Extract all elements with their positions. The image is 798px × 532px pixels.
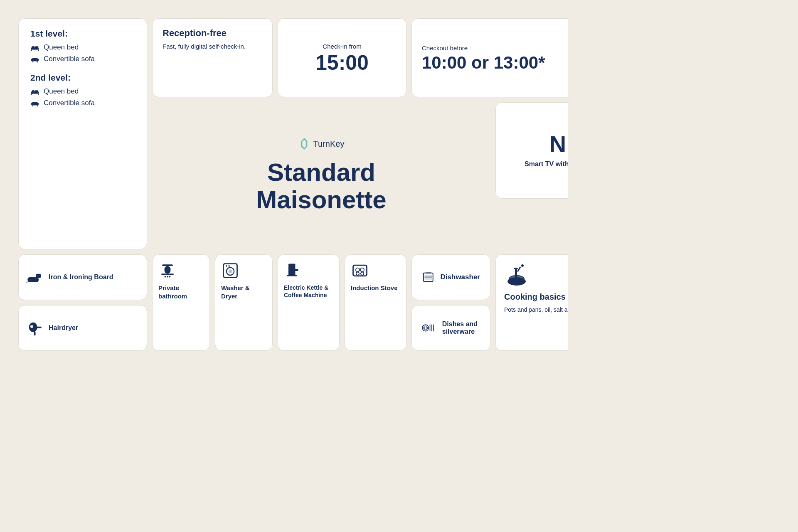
- cooking-title: Cooking basics: [504, 292, 568, 302]
- dishes-icon: [422, 319, 436, 337]
- dishwasher-icon: [422, 268, 435, 286]
- svg-point-54: [356, 272, 359, 275]
- svg-rect-14: [31, 94, 32, 95]
- hairdryer-label: Hairdryer: [49, 324, 78, 332]
- svg-rect-21: [37, 106, 38, 107]
- checkin-label: Check-in from: [323, 43, 361, 50]
- iron-icon: [26, 269, 43, 286]
- kettle-stove-container: Electric Kettle & Coffee Machine Inducti…: [278, 254, 406, 351]
- svg-rect-57: [424, 275, 432, 280]
- washer-label: Washer & Dryer: [221, 284, 266, 300]
- checkout-time: 10:00 or 13:00*: [422, 54, 568, 71]
- level1-queen: Queen bed: [30, 43, 135, 52]
- svg-point-73: [521, 264, 524, 267]
- netflix-icon: N: [549, 133, 566, 156]
- bathroom-icon: [158, 261, 177, 280]
- reception-title: Reception-free: [163, 28, 262, 39]
- svg-rect-38: [161, 273, 173, 275]
- svg-point-45: [226, 265, 227, 267]
- svg-rect-70: [515, 269, 517, 277]
- cooking-subtitle: Pots and pans, oil, salt and pepper: [504, 306, 568, 314]
- svg-point-53: [360, 268, 364, 272]
- svg-point-35: [30, 325, 33, 328]
- stove-card: Induction Stove: [345, 254, 406, 351]
- svg-rect-20: [32, 106, 33, 107]
- level2-title: 2nd level:: [30, 73, 135, 83]
- svg-point-32: [29, 323, 37, 332]
- svg-rect-30: [36, 274, 41, 278]
- washer-icon: [221, 261, 239, 280]
- svg-point-62: [424, 326, 428, 330]
- svg-rect-36: [162, 264, 173, 266]
- dishwasher-card: Dishwasher: [411, 254, 490, 300]
- turnkey-logo: TurnKey: [298, 138, 345, 150]
- iron-card: Iron & Ironing Board: [18, 254, 147, 300]
- svg-point-41: [169, 276, 171, 278]
- svg-rect-29: [27, 277, 39, 282]
- kettle-label: Electric Kettle & Coffee Machine: [284, 284, 333, 299]
- svg-rect-15: [38, 94, 39, 95]
- kettle-icon: [284, 261, 302, 280]
- svg-point-63: [424, 327, 426, 329]
- dishwasher-label: Dishwasher: [441, 273, 480, 281]
- bathroom-label: Private bathroom: [158, 284, 204, 300]
- svg-rect-51: [353, 265, 367, 276]
- bathroom-card: Private bathroom: [152, 254, 210, 351]
- checkout-label: Checkout before: [422, 44, 568, 52]
- smarttv-card: N Smart TV with Netflix: [495, 102, 568, 199]
- cooking-card: Cooking basics Pots and pans, oil, salt …: [495, 254, 568, 351]
- beds-card: 1st level: Queen bed Convertible sofa 2n…: [18, 18, 147, 249]
- property-title: StandardMaisonette: [256, 159, 386, 214]
- svg-rect-60: [426, 273, 431, 274]
- iron-label: Iron & Ironing Board: [49, 273, 113, 281]
- svg-rect-33: [37, 327, 42, 328]
- bathroom-washer-container: Private bathroom Washer & Dryer: [152, 254, 273, 351]
- svg-point-44: [228, 269, 232, 273]
- turnkey-logo-icon: [298, 138, 310, 150]
- reception-subtitle: Fast, fully digital self-check-in.: [163, 42, 262, 51]
- level2-queen: Queen bed: [30, 87, 135, 96]
- stove-icon: [351, 261, 369, 280]
- svg-rect-3: [31, 50, 32, 51]
- checkout-card: Checkout before 10:00 or 13:00*: [411, 18, 568, 97]
- svg-rect-34: [34, 331, 35, 335]
- bed-icon2: [30, 87, 39, 96]
- stove-label: Induction Stove: [351, 284, 400, 292]
- brand-center: TurnKey StandardMaisonette: [152, 102, 490, 249]
- hairdryer-icon: [26, 320, 43, 336]
- svg-rect-2: [35, 46, 38, 48]
- cooking-icon: [504, 263, 529, 288]
- checkin-time: 15:00: [315, 52, 369, 73]
- svg-rect-50: [287, 275, 297, 276]
- kettle-card: Electric Kettle & Coffee Machine: [278, 254, 340, 351]
- svg-point-55: [361, 272, 364, 275]
- svg-rect-47: [288, 265, 296, 276]
- dishes-card: Dishes and silverware: [411, 305, 490, 351]
- dishes-label: Dishes and silverware: [442, 320, 480, 335]
- svg-rect-49: [295, 269, 298, 271]
- svg-rect-48: [288, 264, 296, 266]
- smarttv-label: Smart TV with Netflix: [525, 160, 568, 169]
- checkin-card: Check-in from 15:00: [278, 18, 406, 97]
- svg-rect-8: [32, 58, 38, 60]
- bed-icon: [30, 43, 39, 52]
- svg-rect-12: [32, 90, 34, 92]
- svg-rect-13: [35, 90, 38, 92]
- level1-sofa: Convertible sofa: [30, 54, 135, 64]
- turnkey-brand-name: TurnKey: [313, 139, 345, 149]
- svg-point-46: [228, 265, 230, 267]
- sofa-icon: [30, 54, 39, 64]
- svg-rect-1: [32, 46, 34, 48]
- washer-card: Washer & Dryer: [215, 254, 273, 351]
- svg-point-40: [165, 276, 166, 278]
- svg-rect-4: [38, 50, 39, 51]
- svg-rect-72: [517, 266, 521, 272]
- sofa-icon2: [30, 99, 39, 108]
- svg-point-52: [356, 268, 360, 272]
- svg-rect-9: [32, 62, 33, 63]
- level2-sofa: Convertible sofa: [30, 99, 135, 108]
- svg-rect-10: [37, 62, 38, 63]
- reception-card: Reception-free Fast, fully digital self-…: [152, 18, 273, 97]
- hairdryer-card: Hairdryer: [18, 305, 147, 351]
- svg-point-39: [167, 276, 168, 278]
